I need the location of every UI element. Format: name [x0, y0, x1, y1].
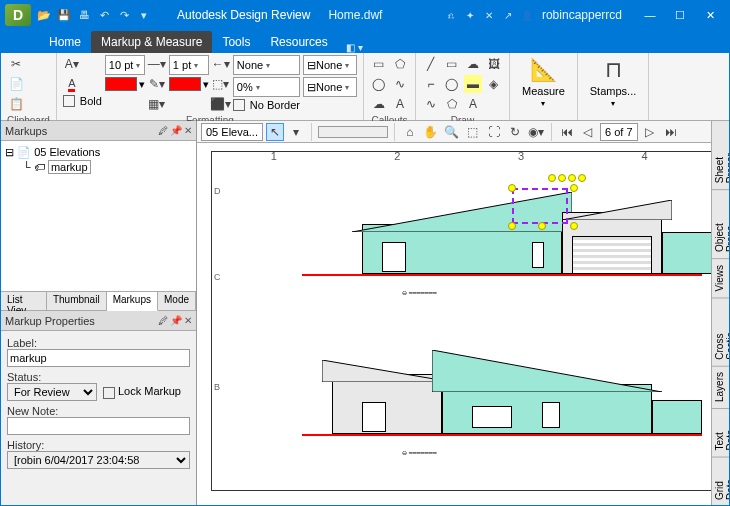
vtab-views[interactable]: Views: [712, 259, 729, 299]
draw-image-button[interactable]: 🖼: [485, 55, 503, 73]
drawing-canvas[interactable]: 12345 D D C B B: [197, 143, 711, 506]
first-page-button[interactable]: ⏮: [558, 123, 576, 141]
stamps-button[interactable]: ⊓ Stamps... ▾: [584, 55, 642, 110]
line-color-dropdown-icon[interactable]: ▾: [203, 78, 209, 91]
zoom-slider[interactable]: [318, 126, 388, 138]
arrow-start-button[interactable]: ←▾: [212, 55, 230, 73]
orbit-button[interactable]: ↻: [506, 123, 524, 141]
save-icon[interactable]: 💾: [55, 6, 73, 24]
title-icon-2[interactable]: ✦: [462, 7, 478, 23]
callout-text-button[interactable]: A: [391, 95, 409, 113]
redo-icon[interactable]: ↷: [115, 6, 133, 24]
tab-markups[interactable]: Markups: [107, 292, 158, 311]
close-button[interactable]: ✕: [695, 4, 725, 26]
font-size-combo[interactable]: 10 pt▾: [105, 55, 145, 75]
sheet-selector[interactable]: 05 Eleva...: [201, 123, 263, 141]
print-icon[interactable]: 🖶: [75, 6, 93, 24]
draw-poly-button[interactable]: ⬠: [443, 95, 461, 113]
prev-page-button[interactable]: ◁: [579, 123, 597, 141]
title-icon-4[interactable]: ↗: [500, 7, 516, 23]
line-color-button[interactable]: ✎▾: [148, 75, 166, 93]
props-close-icon[interactable]: ✕: [184, 315, 192, 326]
draw-freehand-button[interactable]: ∿: [422, 95, 440, 113]
tab-markup-measure[interactable]: Markup & Measure: [91, 31, 212, 53]
dd-icon[interactable]: ▾: [287, 123, 305, 141]
minimize-button[interactable]: —: [635, 4, 665, 26]
draw-cloud-button[interactable]: ☁: [464, 55, 482, 73]
title-icon-3[interactable]: ✕: [481, 7, 497, 23]
props-prev-icon[interactable]: 🖉: [158, 315, 168, 326]
lock-markup-checkbox[interactable]: Lock Markup: [103, 385, 181, 398]
tab-list-view[interactable]: List Viev: [1, 292, 47, 310]
panel-filter-icon[interactable]: 🖉: [158, 125, 168, 136]
paste-button[interactable]: 📋: [7, 95, 25, 113]
vtab-object-properties[interactable]: Object Prope...: [712, 190, 729, 259]
home-view-button[interactable]: ⌂: [401, 123, 419, 141]
draw-rect-button[interactable]: ▭: [443, 55, 461, 73]
panel-pin-icon[interactable]: 📌: [170, 125, 182, 136]
measure-button[interactable]: 📐 Measure ▾: [516, 55, 571, 110]
vtab-grid-data[interactable]: Grid Data: [712, 458, 729, 506]
last-page-button[interactable]: ⏭: [662, 123, 680, 141]
page-indicator[interactable]: 6 of 7: [600, 123, 638, 141]
bold-checkbox[interactable]: Bold: [63, 95, 102, 107]
tree-markup-node[interactable]: └ 🏷 markup: [5, 160, 192, 174]
fill-color-swatch[interactable]: [105, 77, 137, 91]
callout-cloud-button[interactable]: ☁: [370, 95, 388, 113]
undo-icon[interactable]: ↶: [95, 6, 113, 24]
title-icon-1[interactable]: ⎌: [443, 7, 459, 23]
zoom-window-button[interactable]: ⬚: [464, 123, 482, 141]
tab-tools[interactable]: Tools: [212, 31, 260, 53]
font-color-button[interactable]: A: [63, 75, 81, 93]
history-select[interactable]: [robin 6/04/2017 23:04:58: [7, 451, 190, 469]
newnote-input[interactable]: [7, 417, 190, 435]
open-icon[interactable]: 📂: [35, 6, 53, 24]
tab-thumbnail[interactable]: Thumbnail: [47, 292, 107, 310]
end-arrow-combo[interactable]: ⊟ None▾: [303, 55, 357, 75]
draw-highlight-button[interactable]: ▬: [464, 75, 482, 93]
select-tool-button[interactable]: ↖: [266, 123, 284, 141]
callout-free-button[interactable]: ∿: [391, 75, 409, 93]
font-family-button[interactable]: A▾: [63, 55, 81, 73]
qat-dropdown-icon[interactable]: ▾: [135, 6, 153, 24]
callout-rect-button[interactable]: ▭: [370, 55, 388, 73]
arrow-end-button[interactable]: ⬚▾: [212, 75, 230, 93]
vtab-sheet-properties[interactable]: Sheet Proper...: [712, 121, 729, 190]
draw-symbol-button[interactable]: ◈: [485, 75, 503, 93]
status-select[interactable]: For Review: [7, 383, 97, 401]
label-input[interactable]: [7, 349, 190, 367]
draw-polyline-button[interactable]: ⌐: [422, 75, 440, 93]
callout-ellipse-button[interactable]: ◯: [370, 75, 388, 93]
draw-line-button[interactable]: ╱: [422, 55, 440, 73]
noborder-checkbox[interactable]: No Border: [233, 99, 300, 111]
fill-color-dropdown-icon[interactable]: ▾: [139, 78, 145, 91]
tab-extra-icon[interactable]: ◧ ▾: [346, 42, 363, 53]
tab-home[interactable]: Home: [39, 31, 91, 53]
start-arrow-combo[interactable]: None▾: [233, 55, 300, 75]
pattern-button[interactable]: ▦▾: [148, 95, 166, 113]
line-style-button[interactable]: ―▾: [148, 55, 166, 73]
user-icon[interactable]: 👤: [519, 7, 535, 23]
callout-poly-button[interactable]: ⬠: [391, 55, 409, 73]
panel-close-icon[interactable]: ✕: [184, 125, 192, 136]
arrow-style-combo[interactable]: ⊟ None▾: [303, 77, 357, 97]
props-pin-icon[interactable]: 📌: [170, 315, 182, 326]
line-weight-combo[interactable]: 1 pt▾: [169, 55, 209, 75]
tab-mode[interactable]: Mode: [158, 292, 196, 310]
maximize-button[interactable]: ☐: [665, 4, 695, 26]
line-color-swatch[interactable]: [169, 77, 201, 91]
cut-button[interactable]: ✂: [7, 55, 25, 73]
markup-selection[interactable]: [512, 188, 568, 224]
vtab-text-data[interactable]: Text Data: [712, 409, 729, 458]
fill-style-button[interactable]: ⬛▾: [212, 95, 230, 113]
vtab-layers[interactable]: Layers: [712, 366, 729, 409]
fit-button[interactable]: ⛶: [485, 123, 503, 141]
tab-resources[interactable]: Resources: [260, 31, 337, 53]
tree-root-node[interactable]: ⊟ 📄 05 Elevations: [5, 145, 192, 160]
copy-button[interactable]: 📄: [7, 75, 25, 93]
zoom-button[interactable]: 🔍: [443, 123, 461, 141]
vtab-cross-sections[interactable]: Cross Sectio...: [712, 299, 729, 367]
pan-button[interactable]: ✋: [422, 123, 440, 141]
next-page-button[interactable]: ▷: [641, 123, 659, 141]
draw-text-button[interactable]: A: [464, 95, 482, 113]
